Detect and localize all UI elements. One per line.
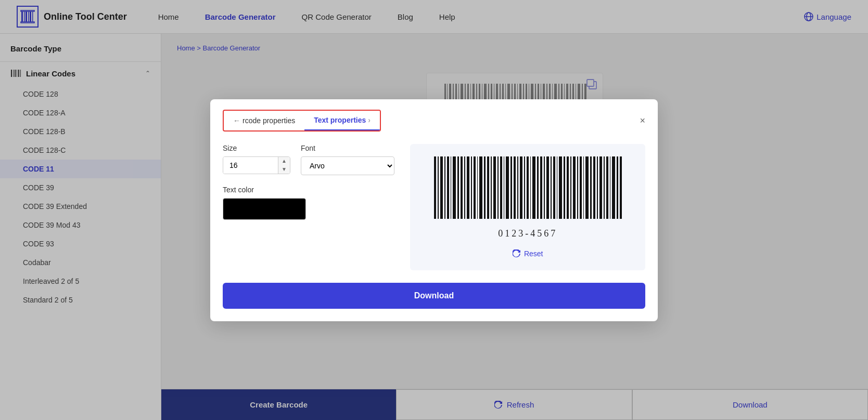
modal-close-button[interactable]: × (640, 116, 645, 125)
svg-rect-104 (553, 156, 555, 219)
svg-rect-100 (540, 156, 542, 219)
svg-rect-119 (604, 156, 605, 219)
svg-rect-74 (453, 156, 456, 219)
reset-link[interactable]: Reset (513, 250, 543, 258)
svg-rect-96 (527, 156, 529, 219)
svg-rect-87 (497, 156, 499, 219)
modal-left-panel: Size ▲ ▼ Font Arvo Ari (223, 144, 398, 270)
svg-rect-76 (461, 156, 463, 219)
svg-rect-90 (506, 156, 509, 219)
svg-rect-122 (612, 156, 615, 219)
tab-barcode-label: rcode properties (242, 116, 295, 125)
svg-rect-117 (597, 156, 598, 219)
svg-rect-94 (520, 156, 522, 219)
modal-barcode-value: 0123-4567 (498, 228, 557, 239)
svg-rect-102 (546, 156, 549, 219)
svg-rect-70 (440, 156, 443, 219)
font-select[interactable]: Arvo Arial Times New Roman Courier Georg… (301, 156, 394, 175)
reset-icon (513, 250, 521, 258)
text-color-label: Text color (223, 186, 398, 194)
modal-header: ← rcode properties Text properties › × (210, 99, 658, 132)
tab-forward-arrow: › (368, 116, 371, 124)
svg-rect-75 (457, 156, 459, 219)
modal: ← rcode properties Text properties › × S… (210, 99, 658, 321)
svg-rect-111 (577, 156, 578, 219)
size-font-row: Size ▲ ▼ Font Arvo Ari (223, 144, 398, 186)
svg-rect-79 (471, 156, 472, 219)
size-group: Size ▲ ▼ (223, 144, 290, 175)
svg-rect-99 (537, 156, 539, 219)
modal-download-button[interactable]: Download (223, 283, 645, 309)
reset-label: Reset (524, 250, 543, 258)
tab-back-arrow: ← (233, 116, 240, 125)
size-increment-button[interactable]: ▲ (278, 157, 290, 165)
svg-rect-80 (474, 156, 476, 219)
svg-rect-101 (544, 156, 545, 219)
modal-overlay[interactable]: ← rcode properties Text properties › × S… (0, 0, 868, 420)
svg-rect-107 (564, 156, 565, 219)
size-decrement-button[interactable]: ▼ (278, 165, 290, 174)
svg-rect-121 (610, 156, 610, 219)
tab-text-properties[interactable]: Text properties › (304, 111, 380, 130)
svg-rect-106 (559, 156, 562, 219)
svg-rect-84 (487, 156, 489, 219)
svg-rect-69 (438, 156, 439, 219)
svg-rect-95 (524, 156, 525, 219)
svg-rect-85 (491, 156, 492, 219)
barcode-preview: 0123-4567 (423, 156, 633, 239)
text-color-group: Text color (223, 186, 398, 220)
svg-rect-82 (479, 156, 482, 219)
svg-rect-93 (517, 156, 518, 219)
svg-rect-118 (599, 156, 602, 219)
svg-rect-77 (464, 156, 465, 219)
size-input-container: ▲ ▼ (223, 156, 290, 174)
svg-rect-71 (444, 156, 445, 219)
text-color-swatch[interactable] (223, 198, 306, 220)
svg-rect-112 (580, 156, 582, 219)
svg-rect-88 (500, 156, 502, 219)
svg-rect-105 (557, 156, 557, 219)
svg-rect-123 (617, 156, 618, 219)
size-input[interactable] (223, 157, 278, 174)
svg-rect-98 (532, 156, 535, 219)
modal-body: Size ▲ ▼ Font Arvo Ari (210, 132, 658, 283)
svg-rect-89 (504, 156, 504, 219)
svg-rect-92 (514, 156, 516, 219)
modal-right-panel: 0123-4567 Reset (410, 144, 645, 270)
svg-rect-72 (447, 156, 449, 219)
svg-rect-108 (567, 156, 569, 219)
svg-rect-114 (585, 156, 589, 219)
svg-rect-115 (590, 156, 592, 219)
svg-rect-81 (477, 156, 478, 219)
modal-tabs: ← rcode properties Text properties › (223, 110, 381, 132)
svg-rect-109 (570, 156, 571, 219)
svg-rect-113 (583, 156, 584, 219)
svg-rect-91 (510, 156, 512, 219)
svg-rect-83 (484, 156, 486, 219)
svg-rect-110 (573, 156, 576, 219)
tab-text-label: Text properties (314, 116, 366, 124)
size-label: Size (223, 144, 290, 152)
svg-rect-116 (593, 156, 595, 219)
font-label: Font (301, 144, 394, 152)
font-group: Font Arvo Arial Times New Roman Courier … (301, 144, 394, 175)
size-arrow-buttons: ▲ ▼ (278, 157, 290, 174)
svg-rect-86 (493, 156, 496, 219)
modal-footer: Download (210, 283, 658, 321)
modal-barcode-svg (429, 156, 627, 224)
svg-rect-73 (451, 156, 451, 219)
tab-barcode-properties[interactable]: ← rcode properties (224, 111, 304, 130)
svg-rect-97 (530, 156, 531, 219)
svg-rect-68 (434, 156, 436, 219)
svg-rect-103 (551, 156, 552, 219)
svg-rect-124 (620, 156, 622, 219)
svg-rect-78 (467, 156, 469, 219)
svg-rect-120 (606, 156, 608, 219)
